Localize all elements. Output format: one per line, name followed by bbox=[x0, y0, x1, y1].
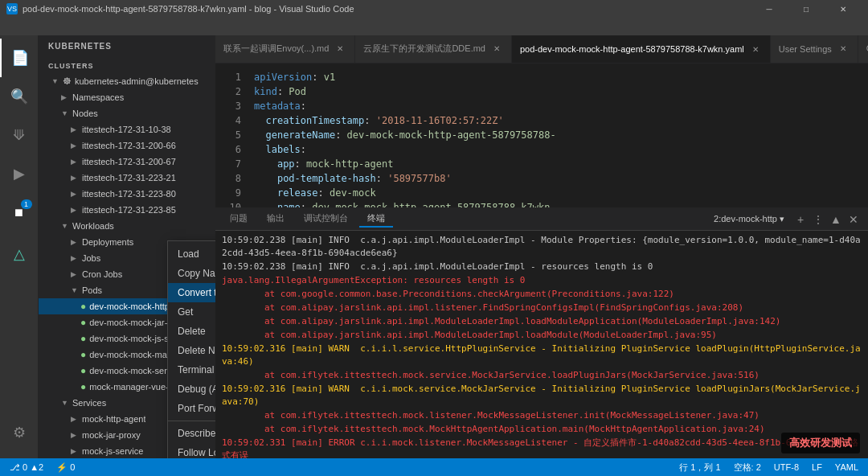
context-menu-delete-now[interactable]: Delete Now bbox=[168, 341, 215, 360]
git-branch-status[interactable]: ⎇ 0 ▲2 bbox=[6, 462, 47, 473]
node-item-4[interactable]: ▶ ittestech-172-31-223-21 bbox=[39, 170, 215, 186]
explorer-activity-icon[interactable]: 📄 bbox=[0, 39, 39, 77]
panel-controls: 2:dev-mock-http ▾ + ⋮ ▲ ✕ bbox=[707, 211, 862, 228]
cluster-item[interactable]: ▼ ☸ kubernetes-admin@kubernetes bbox=[39, 73, 215, 89]
node-item-6[interactable]: ▶ ittestech-172-31-223-85 bbox=[39, 202, 215, 218]
git-branch-label: 0 ▲2 bbox=[23, 462, 43, 472]
panel-split-button[interactable]: ⋮ bbox=[810, 211, 826, 228]
encoding-label: UTF-8 bbox=[774, 462, 799, 472]
panel-area: 问题 输出 调试控制台 终端 2:dev-mock-http ▾ + ⋮ ▲ ✕… bbox=[215, 208, 868, 458]
sidebar: KUBERNETES CLUSTERS ▼ ☸ kubernetes-admin… bbox=[39, 35, 215, 458]
errors-label: 0 bbox=[70, 462, 75, 472]
app-icon: VS bbox=[6, 3, 18, 14]
menu-bar bbox=[0, 18, 868, 35]
tab-2-close[interactable]: ✕ bbox=[490, 43, 503, 55]
panel-tabs: 问题 输出 调试控制台 终端 2:dev-mock-http ▾ + ⋮ ▲ ✕ bbox=[215, 208, 868, 231]
context-menu-port-forward[interactable]: Port Forward bbox=[168, 399, 215, 418]
tab-1-label: 联系一起调调Envoy(...).md bbox=[223, 43, 329, 55]
workloads-item[interactable]: ▼ Workloads bbox=[39, 218, 215, 234]
close-button[interactable]: ✕ bbox=[825, 0, 862, 18]
panel-tab-debug[interactable]: 调试控制台 bbox=[296, 211, 356, 228]
panel-tab-issues[interactable]: 问题 bbox=[222, 211, 256, 228]
editor-content: 12345 678910 1112 apiVersion: v1 kind: P… bbox=[215, 64, 868, 458]
node-item-5[interactable]: ▶ ittestech-172-31-223-80 bbox=[39, 186, 215, 202]
context-menu-follow-logs[interactable]: Follow Logs bbox=[168, 443, 215, 458]
tab-4-close[interactable]: ✕ bbox=[837, 43, 850, 55]
activity-bar: 📄 🔍 ⟱ ▶ ■ 1 △ ⚙ bbox=[0, 35, 39, 458]
title-bar: VS pod-dev-mock-mock-http-agent-58797587… bbox=[0, 0, 868, 18]
panel-tab-output[interactable]: 输出 bbox=[259, 211, 293, 228]
panel-tab-terminal[interactable]: 终端 bbox=[359, 211, 393, 228]
language-status[interactable]: YAML bbox=[832, 462, 862, 472]
line-numbers: 12345 678910 1112 bbox=[215, 64, 248, 207]
context-menu-delete[interactable]: Delete bbox=[168, 322, 215, 341]
context-menu-get[interactable]: Get bbox=[168, 302, 215, 322]
panel-maximize-button[interactable]: ▲ bbox=[828, 211, 844, 228]
spaces-label: 空格: 2 bbox=[734, 462, 761, 474]
kubernetes-activity-icon[interactable]: △ bbox=[0, 235, 39, 273]
cursor-position[interactable]: 行 1，列 1 bbox=[676, 462, 723, 474]
cluster-label: kubernetes-admin@kubernetes bbox=[75, 76, 199, 86]
tab-1-close[interactable]: ✕ bbox=[334, 43, 346, 55]
tab-2[interactable]: 云原生下的开发测试流DDE.md ✕ bbox=[355, 35, 512, 63]
context-menu-load[interactable]: Load bbox=[168, 244, 215, 264]
namespaces-item[interactable]: ▶ Namespaces bbox=[39, 89, 215, 105]
expand-arrow: ▼ bbox=[51, 77, 59, 85]
window-controls[interactable]: ─ □ ✕ bbox=[751, 0, 862, 18]
watermark: 高效研发测试 bbox=[781, 433, 860, 453]
maximize-button[interactable]: □ bbox=[788, 0, 825, 18]
encoding-status[interactable]: UTF-8 bbox=[771, 462, 802, 472]
nodes-item[interactable]: ▼ Nodes bbox=[39, 105, 215, 121]
context-menu-copy-name[interactable]: Copy Name bbox=[168, 264, 215, 283]
panel-close-button[interactable]: ✕ bbox=[845, 211, 862, 228]
status-left: ⎇ 0 ▲2 ⚡ 0 bbox=[6, 462, 78, 473]
tab-3-close[interactable]: ✕ bbox=[749, 43, 762, 55]
minimize-button[interactable]: ─ bbox=[751, 0, 788, 18]
context-menu-terminal[interactable]: Terminal bbox=[168, 360, 215, 380]
clusters-label: CLUSTERS bbox=[39, 55, 215, 73]
window-title: pod-dev-mock-mock-http-agent-5879758788-… bbox=[23, 4, 354, 14]
tab-4-label: User Settings bbox=[779, 44, 832, 54]
code-editor[interactable]: 12345 678910 1112 apiVersion: v1 kind: P… bbox=[215, 64, 868, 208]
main-layout: 📄 🔍 ⟱ ▶ ■ 1 △ ⚙ KUBERNETES CLUSTERS ▼ ☸ … bbox=[0, 35, 868, 458]
tab-5[interactable]: Go - 与Python的两webterm'inal ✕ bbox=[858, 35, 868, 63]
cursor-position-label: 行 1，列 1 bbox=[679, 462, 720, 474]
terminal-output[interactable]: 10:59:02.238 [main] INFO c.a.j.api.impl.… bbox=[215, 231, 868, 458]
status-right: 行 1，列 1 空格: 2 UTF-8 LF YAML bbox=[676, 462, 862, 474]
errors-status[interactable]: ⚡ 0 bbox=[53, 462, 78, 473]
language-label: YAML bbox=[835, 462, 858, 472]
nodes-label: Nodes bbox=[72, 109, 98, 118]
pods-label: Pods bbox=[82, 285, 102, 295]
status-bar: ⎇ 0 ▲2 ⚡ 0 行 1，列 1 空格: 2 UTF-8 LF YAML bbox=[0, 458, 868, 476]
git-branch-icon: ⎇ bbox=[10, 462, 20, 473]
search-activity-icon[interactable]: 🔍 bbox=[0, 77, 39, 116]
tab-4[interactable]: User Settings ✕ bbox=[771, 35, 858, 63]
tab-2-label: 云原生下的开发测试流DDE.md bbox=[363, 43, 485, 55]
tab-bar: 联系一起调调Envoy(...).md ✕ 云原生下的开发测试流DDE.md ✕… bbox=[215, 35, 868, 64]
git-activity-icon[interactable]: ⟱ bbox=[0, 116, 39, 154]
node-item-3[interactable]: ▶ ittestech-172-31-200-67 bbox=[39, 154, 215, 170]
panel-add-button[interactable]: + bbox=[792, 211, 809, 228]
sidebar-header: KUBERNETES bbox=[39, 35, 215, 54]
eol-status[interactable]: LF bbox=[809, 462, 825, 472]
tab-3[interactable]: pod-dev-mock-mock-http-agent-5879758788-… bbox=[512, 35, 771, 63]
extensions-activity-icon[interactable]: ■ 1 bbox=[0, 193, 39, 232]
code-content[interactable]: apiVersion: v1 kind: Pod metadata: creat… bbox=[248, 64, 868, 207]
debug-activity-icon[interactable]: ▶ bbox=[0, 154, 39, 193]
workloads-label: Workloads bbox=[72, 221, 114, 231]
node-item-1[interactable]: ▶ ittestech-172-31-10-38 bbox=[39, 121, 215, 137]
panel-terminal-label[interactable]: 2:dev-mock-http ▾ bbox=[707, 214, 791, 224]
namespaces-label: Namespaces bbox=[72, 92, 124, 102]
context-menu-describe[interactable]: Describe bbox=[168, 424, 215, 443]
eol-label: LF bbox=[812, 462, 822, 472]
context-menu-convert-to-template[interactable]: Convert to Template bbox=[168, 283, 215, 302]
tab-3-label: pod-dev-mock-mock-http-agent-5879758788-… bbox=[520, 44, 744, 54]
context-menu: Load Copy Name Convert to Template Get D… bbox=[167, 240, 215, 458]
context-menu-separator bbox=[168, 421, 215, 421]
context-menu-debug[interactable]: Debug (Attach) bbox=[168, 380, 215, 399]
settings-activity-icon[interactable]: ⚙ bbox=[0, 413, 39, 452]
node-item-2[interactable]: ▶ ittestech-172-31-200-66 bbox=[39, 137, 215, 154]
tab-1[interactable]: 联系一起调调Envoy(...).md ✕ bbox=[215, 35, 355, 63]
spaces-status[interactable]: 空格: 2 bbox=[731, 462, 764, 474]
editor-area: 联系一起调调Envoy(...).md ✕ 云原生下的开发测试流DDE.md ✕… bbox=[215, 35, 868, 458]
